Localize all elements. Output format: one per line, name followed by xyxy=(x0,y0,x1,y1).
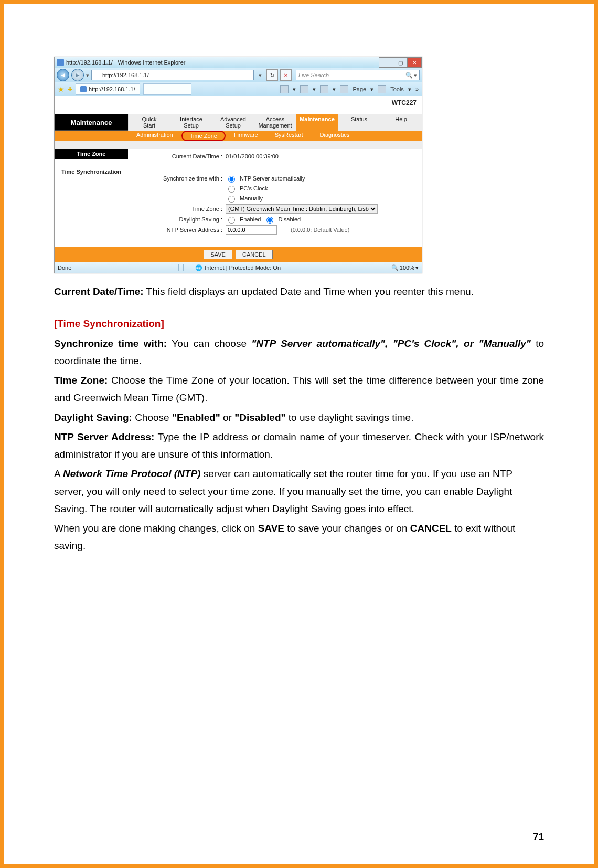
favorites-icon[interactable]: ★ xyxy=(58,85,65,93)
subtab-administration[interactable]: Administration xyxy=(128,131,181,141)
opt-pc-clock: PC's Clock xyxy=(240,185,268,192)
tab-access-management[interactable]: AccessManagement xyxy=(254,114,296,131)
radio-pc-clock[interactable] xyxy=(228,186,235,193)
heading-timesync: [Time Synchronization] xyxy=(54,315,544,332)
page-number: 71 xyxy=(533,831,544,843)
globe-icon: 🌐 xyxy=(195,264,202,271)
label-timezone: Time Zone : xyxy=(133,206,226,212)
maximize-button[interactable]: ▢ xyxy=(393,57,408,68)
radio-ntp-auto[interactable] xyxy=(228,176,235,183)
tab-maintenance[interactable]: Maintenance xyxy=(296,114,338,131)
tools-icon[interactable] xyxy=(378,85,386,93)
label-tz: Time Zone: xyxy=(54,375,108,386)
browser-screenshot: http://192.168.1.1/ - Windows Internet E… xyxy=(54,57,422,273)
print-icon[interactable] xyxy=(320,85,328,93)
router-page: WTC227 Maintenance QuickStart InterfaceS… xyxy=(55,96,422,262)
brand-label: WTC227 xyxy=(392,99,417,107)
refresh-button[interactable]: ↻ xyxy=(266,69,278,81)
feeds-icon[interactable] xyxy=(300,85,308,93)
radio-manually[interactable] xyxy=(228,196,235,203)
subtab-diagnostics[interactable]: Diagnostics xyxy=(312,131,358,141)
content-area: Time Zone Time Synchronization Current D… xyxy=(55,149,422,247)
url-text: http://192.168.1.1/ xyxy=(102,72,149,78)
tab-advanced-setup[interactable]: AdvancedSetup xyxy=(212,114,254,131)
page-icon xyxy=(94,72,100,78)
label-sync: Synchronize time with : xyxy=(133,175,226,182)
page-icon[interactable] xyxy=(340,85,348,93)
tab-favicon xyxy=(80,86,87,92)
section-header-timezone: Time Zone xyxy=(55,149,128,159)
label-ds: Daylight Saving: xyxy=(54,412,132,423)
status-done: Done xyxy=(58,264,71,271)
section-header-timesync: Time Synchronization xyxy=(55,159,128,177)
command-bar: ▾ ▾ ▾ Page▾ Tools▾ » xyxy=(280,85,419,93)
label-cdt: Current Date/Time: xyxy=(54,286,144,297)
dropdown-icon[interactable]: ▾ xyxy=(313,86,316,93)
sub-nav: Administration Time Zone Firmware SysRes… xyxy=(55,131,422,141)
label-current-datetime: Current Date/Time : xyxy=(133,153,226,160)
subtab-firmware[interactable]: Firmware xyxy=(226,131,266,141)
value-current-datetime: 01/01/2000 00:39:00 xyxy=(226,153,417,160)
tab-title: http://192.168.1.1/ xyxy=(89,86,135,92)
status-bar: Done 🌐 Internet | Protected Mode: On 🔍 1… xyxy=(55,262,422,273)
radio-ds-enabled[interactable] xyxy=(228,217,235,224)
empty-tab[interactable] xyxy=(143,83,191,95)
search-dropdown-icon[interactable]: ▾ xyxy=(414,72,417,79)
cancel-button[interactable]: CANCEL xyxy=(236,250,273,259)
tab-status[interactable]: Status xyxy=(338,114,380,131)
browser-tab[interactable]: http://192.168.1.1/ xyxy=(76,83,140,95)
back-button[interactable]: ◄ xyxy=(57,69,69,81)
save-button[interactable]: SAVE xyxy=(204,250,232,259)
tab-interface-setup[interactable]: InterfaceSetup xyxy=(170,114,212,131)
tab-quick-start[interactable]: QuickStart xyxy=(128,114,170,131)
zoom-value: 100% xyxy=(400,264,414,271)
subtab-timezone[interactable]: Time Zone xyxy=(181,131,226,141)
text-cdt: This field displays an updated Date and … xyxy=(144,286,474,297)
zoom-icon[interactable]: 🔍 xyxy=(391,264,399,271)
select-timezone[interactable]: (GMT) Greenwich Mean Time : Dublin, Edin… xyxy=(226,204,378,214)
ie-icon xyxy=(57,59,64,66)
search-placeholder: Live Search xyxy=(298,72,329,78)
close-button[interactable]: ✕ xyxy=(407,57,422,68)
address-dropdown-icon[interactable]: ▾ xyxy=(256,72,264,79)
window-title: http://192.168.1.1/ - Windows Internet E… xyxy=(66,59,185,66)
dropdown-icon[interactable]: ▾ xyxy=(333,86,336,93)
home-icon[interactable] xyxy=(280,85,289,93)
label-sync: Synchronize time with: xyxy=(54,338,167,349)
address-input[interactable]: http://192.168.1.1/ xyxy=(91,70,254,80)
zoom-dropdown-icon[interactable]: ▾ xyxy=(415,264,419,271)
chevron-right-icon[interactable]: » xyxy=(415,86,419,92)
button-row: SAVE CANCEL xyxy=(55,247,422,262)
address-bar-row: ◄ ► ▾ http://192.168.1.1/ ▾ ↻ ✕ Live Sea… xyxy=(55,68,422,82)
opt-ds-enabled: Enabled xyxy=(240,216,261,223)
tools-menu[interactable]: Tools xyxy=(390,86,404,92)
opt-ds-disabled: Disabled xyxy=(278,216,301,223)
input-ntp-address[interactable] xyxy=(226,225,277,235)
forward-button[interactable]: ► xyxy=(71,69,84,81)
main-nav: Maintenance QuickStart InterfaceSetup Ad… xyxy=(55,114,422,131)
add-favorite-icon[interactable]: ✚ xyxy=(68,86,72,93)
label-ntp: NTP Server Address: xyxy=(54,431,154,442)
label-daylight: Daylight Saving : xyxy=(133,216,226,223)
subtab-sysrestart[interactable]: SysRestart xyxy=(266,131,312,141)
radio-ds-disabled[interactable] xyxy=(266,217,273,224)
search-icon[interactable]: 🔍 xyxy=(405,72,413,79)
dropdown-icon[interactable]: ▾ xyxy=(293,86,296,93)
status-zone: Internet | Protected Mode: On xyxy=(205,264,281,271)
dropdown-icon[interactable]: ▾ xyxy=(86,72,89,79)
label-ntp-address: NTP Server Address : xyxy=(133,227,226,233)
ntp-hint: (0.0.0.0: Default Value) xyxy=(291,227,349,233)
stop-button[interactable]: ✕ xyxy=(280,69,292,81)
section-title: Maintenance xyxy=(55,114,128,131)
window-titlebar: http://192.168.1.1/ - Windows Internet E… xyxy=(55,57,422,68)
opt-manually: Manually xyxy=(240,195,263,202)
tab-row: ★ ✚ http://192.168.1.1/ ▾ ▾ ▾ Page▾ Tool… xyxy=(55,82,422,96)
minimize-button[interactable]: – xyxy=(379,57,393,68)
opt-ntp-auto: NTP Server automatically xyxy=(240,175,305,182)
document-body: Current Date/Time: This field displays a… xyxy=(54,283,544,555)
search-input[interactable]: Live Search 🔍 ▾ xyxy=(296,70,420,80)
page-menu[interactable]: Page xyxy=(353,86,366,92)
tab-help[interactable]: Help xyxy=(380,114,422,131)
